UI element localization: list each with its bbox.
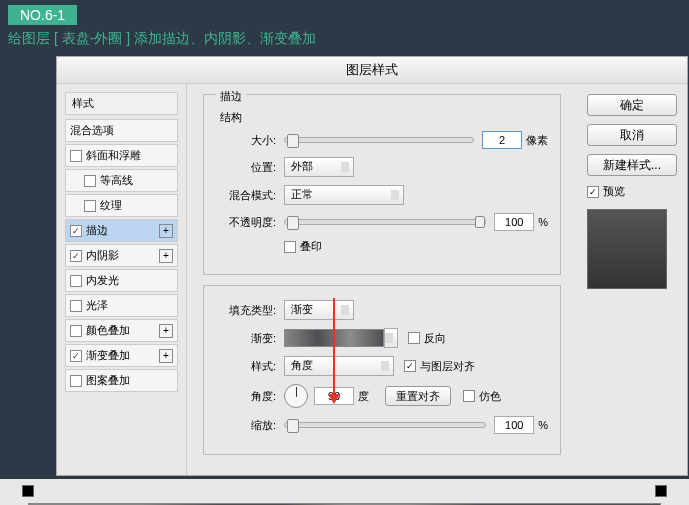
styles-panel: 样式 混合选项 斜面和浮雕 等高线 纹理 描边+ 内阴影+ 内发光 光泽 颜色叠… bbox=[57, 84, 187, 475]
style-label: 样式: bbox=[216, 359, 276, 374]
dialog-title: 图层样式 bbox=[57, 57, 687, 84]
opacity-label: 不透明度: bbox=[216, 215, 276, 230]
style-contour[interactable]: 等高线 bbox=[65, 169, 178, 192]
position-select[interactable]: 外部 bbox=[284, 157, 354, 177]
annotation-arrow-icon bbox=[333, 298, 335, 398]
scale-input[interactable] bbox=[494, 416, 534, 434]
size-input[interactable] bbox=[482, 131, 522, 149]
opacity-slider[interactable] bbox=[284, 219, 486, 225]
preview-thumbnail bbox=[587, 209, 667, 289]
checkbox-icon[interactable] bbox=[70, 250, 82, 262]
style-inner-glow[interactable]: 内发光 bbox=[65, 269, 178, 292]
size-slider[interactable] bbox=[284, 137, 474, 143]
style-stroke[interactable]: 描边+ bbox=[65, 219, 178, 242]
style-satin[interactable]: 光泽 bbox=[65, 294, 178, 317]
checkbox-icon[interactable] bbox=[70, 275, 82, 287]
checkbox-icon[interactable] bbox=[70, 150, 82, 162]
group-title: 描边 bbox=[216, 89, 246, 104]
scale-slider[interactable] bbox=[284, 422, 486, 428]
reset-align-button[interactable]: 重置对齐 bbox=[385, 386, 451, 406]
dither-checkbox[interactable] bbox=[463, 390, 475, 402]
checkbox-icon[interactable] bbox=[70, 300, 82, 312]
settings-panel: 描边 结构 大小: 像素 位置: 外部 混合模式: 正常 不透明度: bbox=[187, 84, 577, 475]
action-panel: 确定 取消 新建样式... 预览 bbox=[577, 84, 687, 475]
checkbox-icon[interactable] bbox=[70, 375, 82, 387]
opacity-stop[interactable] bbox=[655, 485, 667, 497]
layer-style-dialog: 图层样式 样式 混合选项 斜面和浮雕 等高线 纹理 描边+ 内阴影+ 内发光 光… bbox=[56, 56, 688, 476]
plus-icon[interactable]: + bbox=[159, 324, 173, 338]
style-gradient-overlay[interactable]: 渐变叠加+ bbox=[65, 344, 178, 367]
style-pattern-overlay[interactable]: 图案叠加 bbox=[65, 369, 178, 392]
angle-dial[interactable] bbox=[284, 384, 308, 408]
plus-icon[interactable]: + bbox=[159, 224, 173, 238]
cancel-button[interactable]: 取消 bbox=[587, 124, 677, 146]
plus-icon[interactable]: + bbox=[159, 349, 173, 363]
style-bevel[interactable]: 斜面和浮雕 bbox=[65, 144, 178, 167]
scale-label: 缩放: bbox=[216, 418, 276, 433]
blend-mode-select[interactable]: 正常 bbox=[284, 185, 404, 205]
gradient-label: 渐变: bbox=[216, 331, 276, 346]
structure-label: 结构 bbox=[220, 110, 548, 125]
gradient-dropdown-icon[interactable] bbox=[384, 328, 398, 348]
instruction-text: 给图层 [ 表盘-外圈 ] 添加描边、内阴影、渐变叠加 bbox=[8, 30, 681, 48]
reverse-checkbox[interactable] bbox=[408, 332, 420, 344]
checkbox-icon[interactable] bbox=[84, 175, 96, 187]
stroke-group: 描边 结构 大小: 像素 位置: 外部 混合模式: 正常 不透明度: bbox=[203, 94, 561, 275]
ok-button[interactable]: 确定 bbox=[587, 94, 677, 116]
fill-type-select[interactable]: 渐变 bbox=[284, 300, 354, 320]
fill-group: 填充类型: 渐变 渐变: 反向 样式: 角度 与图层对齐 角度: bbox=[203, 285, 561, 455]
knockout-checkbox[interactable] bbox=[284, 241, 296, 253]
style-inner-shadow[interactable]: 内阴影+ bbox=[65, 244, 178, 267]
checkbox-icon[interactable] bbox=[70, 325, 82, 337]
plus-icon[interactable]: + bbox=[159, 249, 173, 263]
scale-unit: % bbox=[538, 419, 548, 431]
section-tag: NO.6-1 bbox=[8, 5, 77, 25]
style-color-overlay[interactable]: 颜色叠加+ bbox=[65, 319, 178, 342]
fill-type-label: 填充类型: bbox=[216, 303, 276, 318]
styles-header[interactable]: 样式 bbox=[65, 92, 178, 115]
checkbox-icon[interactable] bbox=[84, 200, 96, 212]
size-unit: 像素 bbox=[526, 133, 548, 148]
blend-options[interactable]: 混合选项 bbox=[65, 119, 178, 142]
angle-unit: 度 bbox=[358, 389, 369, 404]
opacity-input[interactable] bbox=[494, 213, 534, 231]
gradient-style-select[interactable]: 角度 bbox=[284, 356, 394, 376]
size-label: 大小: bbox=[216, 133, 276, 148]
position-label: 位置: bbox=[216, 160, 276, 175]
opacity-unit: % bbox=[538, 216, 548, 228]
gradient-editor: 868686 514e53 8e8b8b 514f53 查字典教程网 jiaoc… bbox=[0, 476, 689, 505]
preview-checkbox[interactable] bbox=[587, 186, 599, 198]
opacity-stop[interactable] bbox=[22, 485, 34, 497]
angle-label: 角度: bbox=[216, 389, 276, 404]
style-texture[interactable]: 纹理 bbox=[65, 194, 178, 217]
align-checkbox[interactable] bbox=[404, 360, 416, 372]
preview-checkbox-row[interactable]: 预览 bbox=[587, 184, 677, 199]
checkbox-icon[interactable] bbox=[70, 225, 82, 237]
blend-mode-label: 混合模式: bbox=[216, 188, 276, 203]
new-style-button[interactable]: 新建样式... bbox=[587, 154, 677, 176]
checkbox-icon[interactable] bbox=[70, 350, 82, 362]
